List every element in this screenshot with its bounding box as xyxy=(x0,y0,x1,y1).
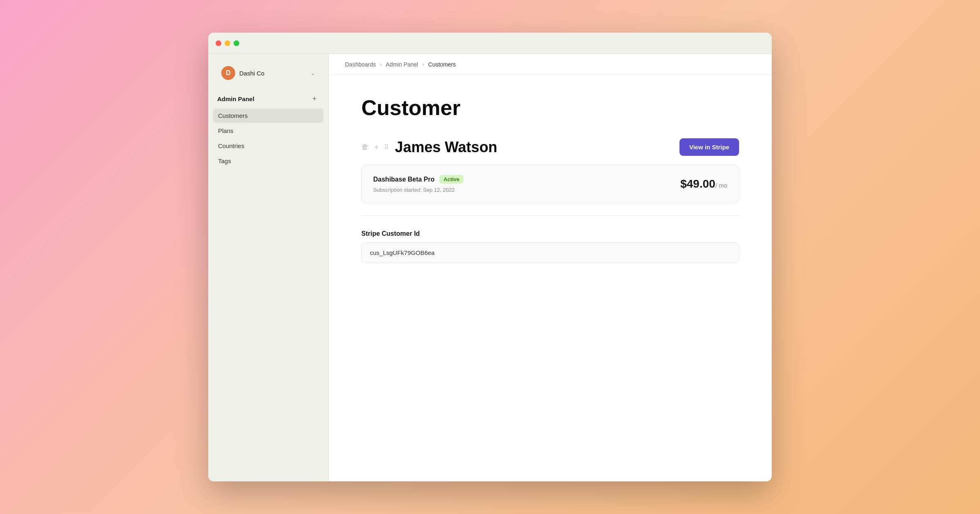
price-unit: / mo xyxy=(715,182,727,189)
sidebar-item-countries[interactable]: Countries xyxy=(213,139,323,153)
breadcrumb-dashboards[interactable]: Dashboards xyxy=(345,61,376,68)
traffic-lights xyxy=(216,40,239,46)
subscription-price: $49.00/ mo xyxy=(680,177,727,190)
sidebar-item-tags[interactable]: Tags xyxy=(213,154,323,168)
app-body: D Dashi Co ⌄ Admin Panel + Customers Pla… xyxy=(208,54,772,481)
customer-record: 🗑 + ⠿ James Watson View in Stripe Dashib… xyxy=(361,138,739,203)
delete-icon[interactable]: 🗑 xyxy=(361,143,368,151)
stripe-customer-id-section: Stripe Customer Id cus_LsgUFk79GOB6ea xyxy=(361,230,739,263)
breadcrumb-admin-panel[interactable]: Admin Panel xyxy=(386,61,418,68)
main-area: Dashboards › Admin Panel › Customers Cus… xyxy=(329,54,772,481)
record-header: 🗑 + ⠿ James Watson View in Stripe xyxy=(361,138,739,156)
minimize-button[interactable] xyxy=(225,40,230,46)
sidebar-section-title: Admin Panel xyxy=(217,95,254,102)
breadcrumb-customers[interactable]: Customers xyxy=(428,61,456,68)
drag-handle-icon[interactable]: ⠿ xyxy=(384,144,389,151)
subscription-card: Dashibase Beta Pro Active Subscription s… xyxy=(361,165,739,203)
sidebar-item-customers[interactable]: Customers xyxy=(213,109,323,123)
customer-name: James Watson xyxy=(395,139,679,156)
breadcrumb-sep-2: › xyxy=(422,61,424,67)
workspace-avatar: D xyxy=(221,66,235,80)
sidebar-section-header: Admin Panel + xyxy=(213,91,323,109)
maximize-button[interactable] xyxy=(234,40,239,46)
sidebar-add-button[interactable]: + xyxy=(310,94,319,104)
subscription-price-container: $49.00/ mo xyxy=(680,177,727,191)
subscription-title-row: Dashibase Beta Pro Active xyxy=(373,175,463,184)
status-badge: Active xyxy=(439,175,463,184)
subscription-info: Dashibase Beta Pro Active Subscription s… xyxy=(373,175,463,193)
breadcrumb-bar: Dashboards › Admin Panel › Customers xyxy=(329,54,772,75)
workspace-name: Dashi Co xyxy=(239,70,311,77)
app-window: D Dashi Co ⌄ Admin Panel + Customers Pla… xyxy=(208,33,772,481)
stripe-customer-id-label: Stripe Customer Id xyxy=(361,230,739,237)
breadcrumb-sep-1: › xyxy=(380,61,382,67)
close-button[interactable] xyxy=(216,40,221,46)
content-area: Customer 🗑 + ⠿ James Watson View in Stri… xyxy=(329,75,772,481)
subscription-start-date: Subscription started: Sep 12, 2022 xyxy=(373,187,463,193)
breadcrumb: Dashboards › Admin Panel › Customers xyxy=(345,61,456,68)
add-record-icon[interactable]: + xyxy=(374,143,379,152)
sidebar-section-admin: Admin Panel + Customers Plans Countries … xyxy=(208,91,328,169)
view-in-stripe-button[interactable]: View in Stripe xyxy=(679,138,739,156)
sidebar: D Dashi Co ⌄ Admin Panel + Customers Pla… xyxy=(208,54,329,481)
sidebar-item-plans[interactable]: Plans xyxy=(213,124,323,138)
stripe-customer-id-field[interactable]: cus_LsgUFk79GOB6ea xyxy=(361,242,739,263)
titlebar xyxy=(208,33,772,54)
plan-name: Dashibase Beta Pro xyxy=(373,176,434,183)
workspace-selector[interactable]: D Dashi Co ⌄ xyxy=(212,62,324,84)
chevron-down-icon: ⌄ xyxy=(311,70,315,76)
page-title: Customer xyxy=(361,95,739,120)
record-actions: 🗑 + ⠿ xyxy=(361,143,389,152)
section-divider xyxy=(361,215,739,216)
